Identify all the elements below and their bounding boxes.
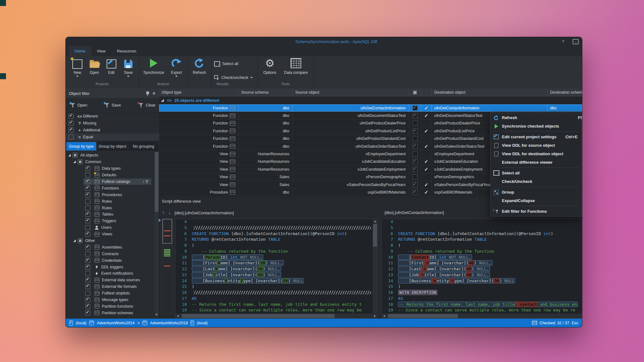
tree-item-views[interactable]: Views: [66, 231, 154, 238]
tree-item-common[interactable]: Common: [66, 159, 154, 165]
checkbox[interactable]: [85, 291, 90, 296]
checkbox[interactable]: [85, 218, 90, 223]
tree-item-data-types[interactable]: Data types: [66, 165, 154, 172]
checkbox[interactable]: [85, 277, 90, 282]
select-all-button[interactable]: Select all: [214, 60, 238, 68]
check-uncheck-button[interactable]: Check/uncheck: [214, 74, 253, 81]
row-checkbox[interactable]: [413, 113, 418, 118]
tree-item-all-objects[interactable]: All objects: [66, 152, 154, 159]
source-script-pane[interactable]: 456CREATE FUNCTION [dbo].[ufnGetContactI…: [175, 219, 378, 319]
destination-script-pane[interactable]: 456CREATE FUNCTION [dbo].[ufnGetContactI…: [381, 219, 582, 319]
menu-item-edit-filter-for-functions[interactable]: iEdit filter for Functions: [491, 207, 582, 216]
diff-minimap[interactable]: [162, 219, 173, 314]
status-item[interactable]: (local): [76, 321, 86, 325]
help-icon[interactable]: ?: [562, 39, 564, 44]
scrollbar-thumb[interactable]: [155, 152, 158, 212]
tree-item-roles[interactable]: Roles: [66, 198, 154, 205]
row-checkbox[interactable]: [413, 129, 418, 134]
filter-row-equal[interactable]: =Equal: [66, 134, 159, 140]
filter-open-button[interactable]: Open: [70, 103, 87, 107]
scrollbar-thumb[interactable]: [182, 314, 335, 318]
tree-item-message-types[interactable]: Message types: [66, 297, 154, 303]
checkbox[interactable]: [85, 166, 90, 171]
column-header-source-schema[interactable]: Source schema: [239, 89, 293, 96]
checkbox[interactable]: [85, 225, 90, 230]
filter-row-different[interactable]: <>Different: [66, 113, 159, 120]
checkbox[interactable]: [85, 199, 90, 204]
menu-item-group[interactable]: Group: [491, 188, 582, 196]
checkbox[interactable]: [85, 186, 90, 191]
checkbox[interactable]: [85, 304, 90, 309]
column-header-source-object[interactable]: Source object: [293, 89, 409, 96]
column-header-check[interactable]: [421, 89, 432, 96]
tree-item-credentials[interactable]: Credentials: [66, 257, 154, 264]
row-checkbox[interactable]: [413, 106, 418, 111]
expander-icon[interactable]: [73, 161, 76, 163]
tree-item-functions[interactable]: Functions: [66, 185, 154, 191]
pin-icon[interactable]: [146, 91, 149, 94]
menu-item-expand-collapse[interactable]: Expand/Collapse: [491, 196, 582, 205]
synchronize-button[interactable]: Synchronize: [141, 57, 167, 81]
tree-item-fulltext-stoplists[interactable]: Fulltext stoplists: [66, 290, 154, 297]
group-by-type-button[interactable]: Group by type: [66, 142, 96, 151]
next-diff-icon[interactable]: ↓: [168, 210, 171, 216]
refresh-button[interactable]: Refresh: [190, 57, 209, 81]
checkbox[interactable]: [85, 212, 90, 217]
tree-item-tables[interactable]: Tables: [66, 211, 154, 218]
checkbox[interactable]: [73, 153, 78, 158]
scrollbar-thumb[interactable]: [388, 314, 458, 318]
status-item[interactable]: AdventureWorks2018: [150, 321, 188, 325]
column-header-destination-schema[interactable]: Destination schema: [547, 89, 582, 96]
row-checkbox[interactable]: [413, 136, 418, 141]
menu-item-check-uncheck[interactable]: Check/Uncheck: [491, 177, 582, 186]
horizontal-scrollbar[interactable]: [382, 314, 582, 318]
tree-item-users[interactable]: Users: [66, 224, 154, 231]
menu-item-select-all[interactable]: Select all: [491, 169, 582, 177]
tree-item-procedures[interactable]: Procedures: [66, 191, 154, 198]
save-button[interactable]: Save: [120, 57, 137, 81]
checkbox[interactable]: [85, 179, 90, 184]
checkbox[interactable]: [85, 192, 90, 197]
tree-item-other[interactable]: Other: [66, 238, 154, 244]
checkbox[interactable]: [85, 284, 90, 289]
tree-item-event-notifications[interactable]: Event notifications: [66, 270, 154, 277]
collapse-icon[interactable]: [161, 99, 164, 102]
tree-item-defaults[interactable]: Defaults: [66, 172, 154, 178]
status-item[interactable]: AdventureWorks2014: [97, 321, 135, 325]
column-header-destination-object[interactable]: Destination object: [432, 89, 547, 96]
tab-home[interactable]: Home: [69, 46, 91, 56]
checkbox[interactable]: [85, 245, 90, 250]
checkbox[interactable]: [85, 232, 90, 237]
table-row[interactable]: FunctiondboufnGetContactInformation✓ufnG…: [159, 104, 582, 112]
filter-save-button[interactable]: Save: [104, 103, 121, 107]
checkbox[interactable]: [69, 128, 74, 133]
export-button[interactable]: Export: [167, 57, 186, 81]
tree-scrollbar[interactable]: [154, 152, 159, 317]
expander-icon[interactable]: [68, 154, 71, 156]
tree-item-contracts[interactable]: Contracts: [66, 250, 154, 257]
scroll-down-icon[interactable]: [155, 314, 158, 315]
menu-item-view-ddl-for-source-object[interactable]: View DDL for source object: [491, 141, 582, 150]
column-header-object-type[interactable]: Object type: [159, 89, 239, 96]
expander-icon[interactable]: [73, 239, 76, 242]
tree-item-external-data-sources[interactable]: External data sources: [66, 277, 154, 283]
tree-item-triggers[interactable]: Triggers: [66, 218, 154, 224]
row-checkbox[interactable]: [413, 182, 418, 187]
options-button[interactable]: ⚙ Options: [260, 57, 280, 81]
tab-resources[interactable]: Resources: [111, 46, 142, 56]
checkbox[interactable]: [85, 265, 90, 270]
row-checkbox[interactable]: [413, 190, 418, 195]
tree-item-ddl-triggers[interactable]: DDL triggers: [66, 264, 154, 270]
row-checkbox[interactable]: [413, 159, 418, 164]
new-button[interactable]: * New: [69, 57, 86, 81]
checkbox[interactable]: [85, 206, 90, 211]
checkbox[interactable]: [85, 271, 90, 276]
scroll-left-icon[interactable]: [383, 315, 385, 317]
expand-icon[interactable]: ↔: [573, 39, 579, 44]
open-button[interactable]: Open: [86, 57, 103, 81]
filter-row-additional[interactable]: +Additional: [66, 127, 159, 134]
previous-diff-icon[interactable]: ↑: [162, 210, 164, 216]
checkbox[interactable]: [85, 297, 90, 302]
no-grouping-button[interactable]: No grouping: [129, 142, 158, 151]
checkbox[interactable]: [69, 114, 74, 119]
